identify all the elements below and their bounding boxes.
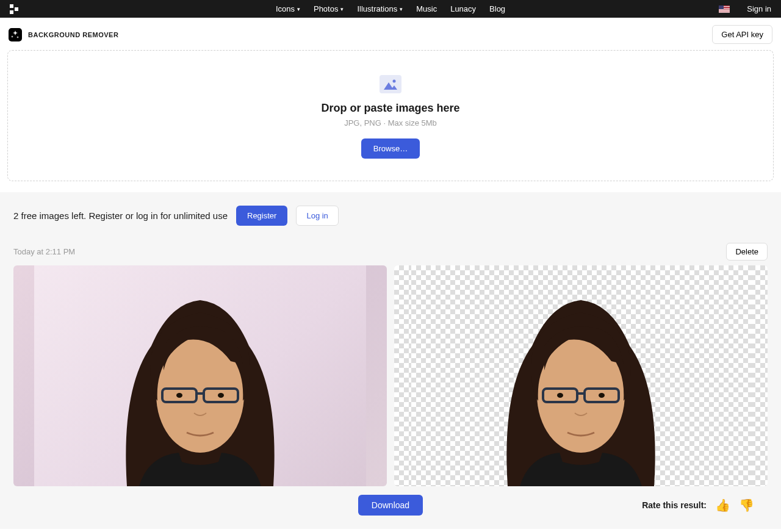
dropzone-subtitle: JPG, PNG · Max size 5Mb: [344, 118, 437, 128]
dropzone-section: Drop or paste images here JPG, PNG · Max…: [0, 50, 781, 192]
free-images-text: 2 free images left. Register or log in f…: [13, 210, 228, 221]
login-button[interactable]: Log in: [296, 206, 338, 226]
image-upload-icon: [380, 75, 401, 93]
svg-point-5: [176, 393, 182, 398]
thumbs-up-icon[interactable]: 👍: [715, 498, 730, 512]
browse-button[interactable]: Browse…: [361, 138, 420, 159]
images-row: [13, 265, 768, 486]
person-processed-icon: [471, 267, 691, 486]
svg-point-0: [393, 80, 396, 83]
result-timestamp: Today at 2:11 PM: [13, 247, 75, 256]
dropzone[interactable]: Drop or paste images here JPG, PNG · Max…: [7, 50, 774, 181]
original-image: [13, 265, 387, 486]
result-header: Today at 2:11 PM Delete: [13, 243, 768, 261]
logo-area: [10, 4, 20, 14]
svg-point-12: [599, 393, 605, 398]
language-flag-icon[interactable]: [719, 5, 730, 13]
subheader: BACKGROUND REMOVER Get API key: [0, 18, 781, 50]
thumbs-down-icon[interactable]: 👎: [739, 498, 754, 512]
chevron-down-icon: ▾: [340, 6, 344, 12]
results-section: 2 free images left. Register or log in f…: [0, 192, 781, 529]
nav-blog[interactable]: Blog: [489, 4, 505, 13]
get-api-key-button[interactable]: Get API key: [712, 25, 772, 44]
top-nav: Icons▾ Photos▾ Illustrations▾ Music Luna…: [0, 0, 781, 18]
dropzone-title: Drop or paste images here: [321, 102, 459, 115]
free-images-bar: 2 free images left. Register or log in f…: [13, 206, 768, 226]
register-button[interactable]: Register: [236, 206, 287, 226]
chevron-down-icon: ▾: [297, 6, 300, 12]
nav-links: Icons▾ Photos▾ Illustrations▾ Music Luna…: [276, 4, 505, 13]
nav-illustrations[interactable]: Illustrations▾: [357, 4, 403, 13]
brand-logo-icon[interactable]: [10, 4, 20, 14]
nav-lunacy[interactable]: Lunacy: [450, 4, 476, 13]
person-original-icon: [90, 267, 310, 486]
delete-button[interactable]: Delete: [726, 243, 768, 261]
svg-point-6: [218, 393, 224, 398]
signin-link[interactable]: Sign in: [747, 4, 771, 13]
nav-right: Sign in: [719, 4, 771, 13]
rate-label: Rate this result:: [642, 500, 707, 510]
subheader-left: BACKGROUND REMOVER: [9, 28, 118, 41]
app-title: BACKGROUND REMOVER: [28, 31, 118, 38]
svg-point-11: [557, 393, 563, 398]
processed-image: [394, 265, 768, 486]
chevron-down-icon: ▾: [400, 6, 403, 12]
nav-photos[interactable]: Photos▾: [314, 4, 344, 13]
nav-music[interactable]: Music: [416, 4, 437, 13]
rate-section: Rate this result: 👍 👎: [642, 498, 754, 512]
app-icon: [9, 28, 22, 41]
download-button[interactable]: Download: [358, 495, 423, 516]
result-footer: Download Rate this result: 👍 👎: [13, 495, 768, 516]
nav-icons[interactable]: Icons▾: [276, 4, 300, 13]
